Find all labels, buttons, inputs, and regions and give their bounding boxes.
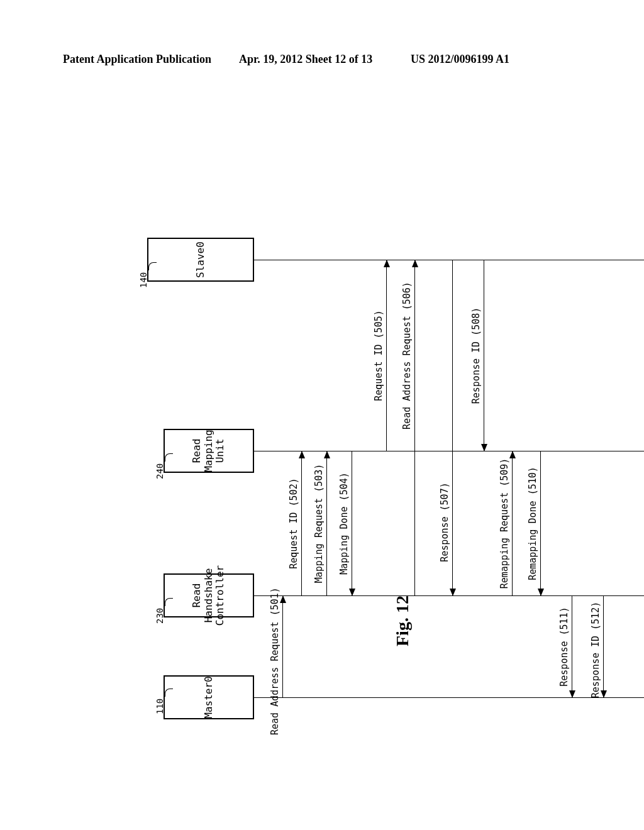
actor-slave0-ref: 140 [138,272,148,288]
actor-handshake-label: Read Handshake Controller [164,573,254,617]
header-right: US 2012/0096199 A1 [411,53,509,66]
msg-511-label: Response (511) [558,596,570,697]
msg-508: Response ID (508) [472,260,484,451]
msg-510-label: Remapping Done (510) [527,451,538,595]
lifeline-master0 [254,697,644,698]
msg-509-label: Remapping Request (509) [499,451,510,595]
msg-510: Remapping Done (510) [528,451,541,595]
actor-mapping-ref: 240 [155,463,165,479]
msg-502-label: Request ID (502) [288,451,299,595]
msg-507: Response (507) [440,260,453,595]
msg-505: Request ID (505) [374,260,387,451]
page: Patent Application Publication Apr. 19, … [0,0,644,830]
msg-501-label: Read Address Request (501) [269,596,280,735]
actor-slave0-label: Slave0 [147,238,254,282]
arrow-left-icon [601,690,607,698]
msg-505-label: Request ID (505) [373,260,384,451]
msg-504-label: Mapping Done (504) [338,451,350,595]
msg-503: Mapping Request (503) [314,451,327,595]
arrow-right-icon [384,260,390,267]
actor-handshake-ref: 230 [155,608,165,624]
msg-508-label: Response ID (508) [470,260,482,451]
msg-501: Read Address Request (501) [270,596,283,697]
arrow-left-icon [450,589,456,596]
arrow-left-icon [481,444,487,451]
msg-504: Mapping Done (504) [340,451,352,595]
actor-master0-ref: 110 [155,699,165,714]
msg-512-label: Response ID (512) [590,596,601,704]
actor-mapping-label: Read Mapping Unit [164,429,254,473]
arrow-right-icon [324,451,330,458]
arrow-right-icon [412,260,418,267]
arrow-right-icon [509,451,516,458]
msg-503-label: Mapping Request (503) [313,451,325,595]
actor-mapping: 240 Read Mapping Unit [164,429,254,473]
arrow-right-icon [280,595,286,603]
arrow-left-icon [349,589,355,596]
msg-512: Response ID (512) [591,596,604,697]
actor-master0-label: Master0 [164,675,254,719]
header-left: Patent Application Publication [63,53,211,66]
figure-title: Fig. 12 [392,595,413,646]
msg-511: Response (511) [560,596,572,697]
msg-502: Request ID (502) [289,451,302,595]
msg-509: Remapping Request (509) [500,451,513,595]
actor-slave0: 140 Slave0 [147,238,254,282]
lifeline-handshake [254,595,644,596]
actor-master0: 110 Master0 [164,675,254,719]
msg-506: Read Address Request (506) [402,260,415,595]
actor-handshake: 230 Read Handshake Controller [164,573,254,617]
arrow-left-icon [538,589,544,596]
arrow-left-icon [569,690,575,698]
header-mid: Apr. 19, 2012 Sheet 12 of 13 [239,53,372,66]
msg-507-label: Response (507) [439,449,450,595]
arrow-right-icon [299,451,305,458]
msg-506-label: Read Address Request (506) [401,260,413,451]
